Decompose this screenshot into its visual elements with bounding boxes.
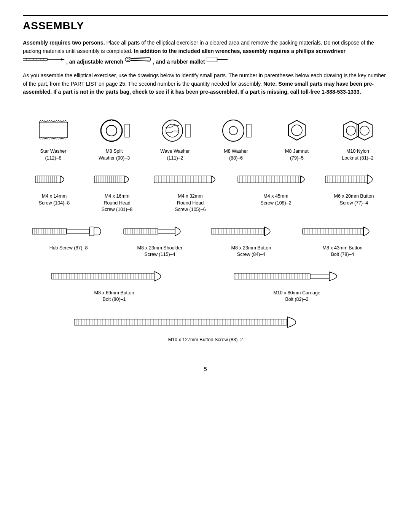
part-m6-20mm: M6 x 20mm ButtonScrew (77)–4: [320, 169, 388, 206]
m10-nylon-locknut-svg: [339, 117, 377, 145]
m8-69mm-label: M8 x 69mm ButtonBolt (80)–1: [94, 290, 134, 303]
mallet-icon: [207, 55, 228, 64]
svg-marker-2: [61, 59, 65, 61]
m4-32mm-label: M4 x 32mmRound HeadScrew (105)–6: [175, 193, 206, 213]
m8-jamnut-label: M8 Jamnut(79)–5: [285, 148, 309, 161]
svg-rect-252: [234, 273, 310, 279]
m8-43mm-button-img: [301, 221, 384, 242]
wave-washer-svg: [158, 117, 192, 145]
m6-20mm-img: [323, 169, 384, 190]
part-m10-nylon-locknut: M10 NylonLocknut (81)–2: [327, 117, 388, 161]
svg-point-19: [106, 125, 117, 136]
m8-split-washer-img: [97, 117, 131, 145]
m8-23mm-shoulder-img: [122, 221, 198, 242]
m4-45mm-img: [236, 169, 316, 190]
svg-rect-212: [51, 273, 154, 279]
m8-69mm-svg: [49, 266, 179, 287]
m4-32mm-svg: [152, 169, 228, 190]
m10-80mm-label: M10 x 80mm CarriageBolt (82)–2: [273, 290, 320, 303]
m4-16mm-svg: [92, 169, 142, 190]
part-star-washer: Star Washer(112)–8: [23, 117, 84, 161]
m4-14mm-img: [33, 169, 75, 190]
part-m4-45mm: M4 x 45mmScrew (108)–2: [232, 169, 320, 206]
m8-69mm-img: [49, 266, 179, 287]
hub-screw-img: [30, 221, 107, 242]
svg-rect-163: [158, 229, 175, 233]
m4-14mm-label: M4 x 14mmScrew (104)–8: [39, 193, 70, 206]
svg-point-18: [101, 120, 122, 141]
intro-bold-start: Assembly requires two persons.: [23, 40, 105, 46]
part-m4-16mm: M4 x 16mmRound HeadScrew (101)–8: [86, 169, 148, 213]
m10-nylon-locknut-img: [339, 117, 377, 145]
m8-23mm-button-img: [209, 221, 293, 242]
svg-point-29: [292, 125, 302, 136]
m10-127mm-img: [72, 311, 339, 334]
m8-split-washer-svg: [97, 117, 131, 145]
hub-screw-label: Hub Screw (87)–8: [49, 245, 88, 252]
parts-row-1: Star Washer(112)–8 M8 SplitWasher (90)–3: [23, 117, 388, 161]
hub-screw-svg: [30, 221, 107, 242]
svg-rect-145: [89, 227, 94, 236]
m8-23mm-button-svg: [209, 221, 293, 242]
star-washer-label: Star Washer(112)–8: [40, 148, 66, 161]
part-m4-14mm: M4 x 14mmScrew (104)–8: [23, 169, 86, 206]
svg-point-10: [127, 58, 129, 61]
m10-80mm-img: [232, 266, 362, 287]
svg-point-9: [125, 57, 131, 62]
svg-rect-281: [310, 274, 329, 278]
page-title: ASSEMBLY: [23, 15, 388, 32]
m8-23mm-button-label: M8 x 23mm ButtonScrew (84)–4: [231, 245, 271, 258]
m8-washer-label: M8 Washer(88)–6: [224, 148, 248, 161]
part-m8-43mm-button: M8 x 43mm ButtonBolt (78)–4: [297, 221, 388, 258]
svg-point-25: [223, 120, 244, 141]
svg-rect-129: [32, 228, 67, 234]
m8-43mm-button-svg: [301, 221, 384, 242]
svg-line-11: [131, 58, 150, 59]
wave-washer-img: [158, 117, 192, 145]
m4-14mm-svg: [33, 169, 75, 190]
m8-jamnut-img: [280, 117, 314, 145]
wave-washer-label: Wave Washer(111)–2: [160, 148, 190, 161]
m6-20mm-label: M6 x 20mm ButtonScrew (77)–4: [334, 193, 374, 206]
m4-45mm-svg: [236, 169, 316, 190]
part-wave-washer: Wave Washer(111)–2: [145, 117, 206, 161]
m8-43mm-button-label: M8 x 43mm ButtonBolt (78)–4: [323, 245, 363, 258]
section-divider: [23, 105, 388, 105]
m10-127mm-label: M10 x 127mm Button Screw (83)–2: [168, 337, 243, 343]
m10-nylon-locknut-label: M10 NylonLocknut (81)–2: [342, 148, 373, 161]
m8-washer-img: [219, 117, 253, 145]
svg-point-26: [229, 126, 237, 135]
svg-marker-32: [343, 121, 358, 140]
svg-rect-87: [238, 176, 301, 183]
part-m8-69mm: M8 x 69mm ButtonBolt (80)–1: [23, 266, 206, 303]
m8-23mm-shoulder-svg: [122, 221, 198, 242]
svg-rect-187: [303, 228, 363, 234]
part-m10-80mm: M10 x 80mm CarriageBolt (82)–2: [206, 266, 388, 303]
svg-rect-23: [125, 124, 129, 137]
part-m8-23mm-shoulder: M8 x 23mm ShoulderScrew (115)–4: [114, 221, 206, 258]
m8-23mm-shoulder-label: M8 x 23mm ShoulderScrew (115)–4: [137, 245, 183, 258]
svg-rect-144: [67, 229, 89, 233]
intro-paragraph-1: Assembly requires two persons. Place all…: [23, 39, 388, 66]
svg-rect-148: [124, 228, 158, 234]
m4-16mm-label: M4 x 16mmRound HeadScrew (101)–8: [102, 193, 132, 213]
parts-row-3: Hub Screw (87)–8: [23, 221, 388, 258]
screwdriver-icon: [23, 55, 65, 64]
svg-line-31: [297, 120, 305, 125]
m4-16mm-img: [92, 169, 142, 190]
parts-row-4: M8 x 69mm ButtonBolt (80)–1: [23, 266, 388, 303]
svg-line-12: [131, 61, 150, 61]
svg-rect-24: [186, 124, 190, 137]
svg-point-35: [360, 126, 369, 135]
svg-point-33: [346, 126, 355, 135]
part-m10-127mm: M10 x 127mm Button Screw (83)–2: [68, 311, 342, 343]
part-m8-jamnut: M8 Jamnut(79)–5: [266, 117, 327, 161]
part-hub-screw: Hub Screw (87)–8: [23, 221, 114, 252]
star-washer-svg: [37, 117, 70, 145]
svg-rect-165: [211, 228, 264, 234]
m4-32mm-img: [152, 169, 228, 190]
m8-jamnut-svg: [280, 117, 314, 145]
svg-line-30: [288, 120, 297, 125]
wrench-icon: [125, 55, 151, 64]
page-number: 5: [23, 366, 388, 372]
